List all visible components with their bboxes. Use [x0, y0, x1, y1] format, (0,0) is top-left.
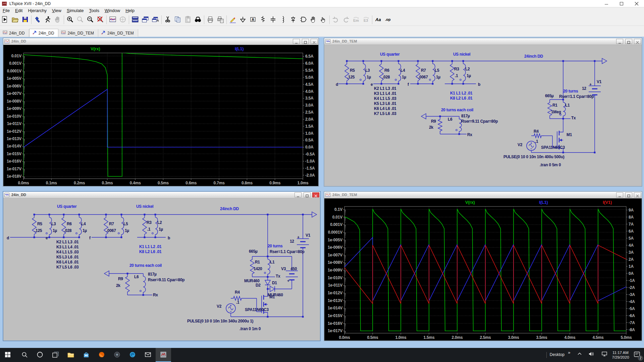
cut-button[interactable]	[163, 15, 173, 25]
taskbar-cortana-icon[interactable]	[32, 348, 48, 362]
plot-canvas-24in_DD[interactable]: 0.01V0.001V0.0001V1e-005V1e-006V1e-007V1…	[3, 45, 318, 186]
start-button[interactable]	[0, 348, 15, 362]
taskbar-app-gray-icon[interactable]	[109, 348, 125, 362]
taskbar-task-view-icon[interactable]	[48, 348, 63, 362]
menu-help[interactable]: Help	[123, 7, 137, 14]
legend-I(V1)[interactable]: I(V1)	[603, 200, 612, 205]
legend-V(rx)[interactable]: V(rx)	[465, 200, 475, 205]
action-center-icon[interactable]: 2	[633, 351, 641, 359]
wire-button[interactable]	[228, 15, 238, 25]
svg-text:-8A: -8A	[629, 327, 635, 332]
tile-button[interactable]	[130, 15, 140, 25]
schematic-label: R7	[421, 68, 426, 73]
taskbar-overflow-chevron[interactable]: »	[568, 350, 570, 355]
plot-canvas-24in_DD_TEM[interactable]: 0.1V0.01V0.001V0.0001V1e-005V1e-006V1e-0…	[324, 198, 642, 341]
window-titlebar[interactable]: 24in_DD_TEM	[324, 192, 642, 198]
text-button[interactable]: Aa	[373, 15, 383, 25]
label-net-button[interactable]: A	[248, 15, 258, 25]
schematic-label: US nickel	[136, 204, 153, 209]
run-button[interactable]	[0, 15, 10, 25]
open-button[interactable]	[10, 15, 20, 25]
child-minimize-button[interactable]	[616, 39, 623, 44]
child-restore-button[interactable]	[625, 39, 632, 44]
volume-icon[interactable]	[586, 351, 597, 358]
tab-24in_DD_TEM-plot[interactable]: 24in_DD_TEM	[58, 29, 98, 37]
zoom-out-button[interactable]	[85, 15, 95, 25]
print-button[interactable]	[205, 15, 215, 25]
copy-button[interactable]	[173, 15, 183, 25]
component-button[interactable]	[298, 15, 308, 25]
taskbar-search-icon[interactable]	[17, 348, 32, 362]
inductor-button[interactable]	[278, 15, 288, 25]
show-desktop-label[interactable]: Desktop	[550, 352, 565, 357]
schematic-label: SPA11N60C3	[245, 307, 269, 312]
resistor-button[interactable]	[258, 15, 268, 25]
schematic-canvas-24in_DD[interactable]: US quarterUS nickel24inch DDR5.125L31µR6…	[3, 198, 320, 341]
move-button[interactable]	[308, 15, 318, 25]
cascade-button[interactable]	[140, 15, 150, 25]
tray-expand-icon[interactable]	[575, 351, 585, 358]
plot-settings-button[interactable]	[108, 15, 118, 25]
window-titlebar[interactable]: 24in_DD_TEM	[324, 38, 642, 45]
save-button[interactable]	[20, 15, 30, 25]
spice-directive-button[interactable]: .op	[383, 15, 393, 25]
menu-view[interactable]: View	[49, 7, 64, 14]
diode-button[interactable]	[288, 15, 298, 25]
child-minimize-button[interactable]	[294, 192, 302, 197]
schematic-canvas-24in_DD_TEM[interactable]: US quarterUS nickel24inch DDR5.125L31µR6…	[324, 45, 642, 186]
child-restore-button[interactable]	[304, 192, 311, 197]
legend-I(L1)[interactable]: I(L1)	[539, 200, 548, 205]
taskbar-firefox-icon[interactable]	[94, 348, 109, 362]
taskbar-ltspice-icon[interactable]	[156, 348, 171, 362]
zoom-in-button[interactable]	[65, 15, 75, 25]
close-button[interactable]	[629, 0, 644, 7]
control-panel-button[interactable]	[33, 15, 43, 25]
find-button[interactable]	[193, 15, 203, 25]
child-close-button[interactable]	[634, 192, 641, 197]
schematic-label: .0067	[418, 75, 428, 79]
svg-text:-7A: -7A	[629, 320, 635, 325]
maximize-button[interactable]	[614, 0, 629, 7]
menu-window[interactable]: Window	[102, 7, 123, 14]
svg-text:1A: 1A	[629, 264, 634, 269]
legend-V(rx)[interactable]: V(rx)	[91, 46, 100, 51]
minimize-button[interactable]	[599, 0, 614, 7]
child-restore-button[interactable]	[625, 192, 632, 197]
tab-24in_DD-schematic[interactable]: 24in_DD	[29, 29, 59, 37]
menu-simulate[interactable]: Simulate	[64, 7, 87, 14]
drag-button[interactable]	[318, 15, 328, 25]
legend-I(L1)[interactable]: I(L1)	[235, 46, 244, 51]
child-close-button[interactable]	[312, 192, 319, 197]
child-close-button[interactable]	[311, 39, 318, 44]
paste-button	[183, 15, 193, 25]
tab-24in_DD-plot[interactable]: 24in_DD	[0, 29, 29, 37]
child-minimize-button[interactable]	[293, 39, 300, 44]
child-minimize-button[interactable]	[616, 192, 623, 197]
network-icon[interactable]	[599, 351, 610, 358]
zoom-full-button[interactable]	[95, 15, 105, 25]
ground-button[interactable]	[238, 15, 248, 25]
taskbar-file-explorer-icon[interactable]	[63, 348, 78, 362]
menu-file[interactable]: File	[0, 7, 12, 14]
taskbar-store-icon[interactable]	[78, 348, 94, 362]
svg-text:1e-008V: 1e-008V	[328, 260, 342, 265]
taskbar-mail-icon[interactable]	[140, 348, 156, 362]
capacitor-button[interactable]	[268, 15, 278, 25]
tab-24in_DD_TEM-schematic[interactable]: 24in_DD_TEM	[98, 29, 138, 37]
schematic-label: K2 L1 L3 .01	[56, 240, 79, 244]
menu-tools[interactable]: Tools	[87, 7, 102, 14]
clock[interactable]: 11:17 AM 7/29/2020	[612, 350, 629, 360]
svg-text:2.5A: 2.5A	[305, 110, 314, 115]
cascade-new-button[interactable]	[150, 15, 160, 25]
schematic-label: K8 L2 L6 .01	[450, 96, 473, 101]
window-titlebar[interactable]: 24in_DD	[3, 192, 320, 198]
window-titlebar[interactable]: 24in_DD	[3, 38, 318, 45]
halt-button[interactable]	[43, 15, 53, 25]
menu-edit[interactable]: Edit	[12, 7, 25, 14]
taskbar-edge-icon[interactable]	[125, 348, 140, 362]
menu-hierarchy[interactable]: Hierarchy	[25, 7, 49, 14]
schematic-label: 20 turns	[268, 244, 283, 248]
print-preview-button[interactable]	[215, 15, 225, 25]
child-close-button[interactable]	[634, 39, 641, 44]
child-restore-button[interactable]	[302, 39, 309, 44]
